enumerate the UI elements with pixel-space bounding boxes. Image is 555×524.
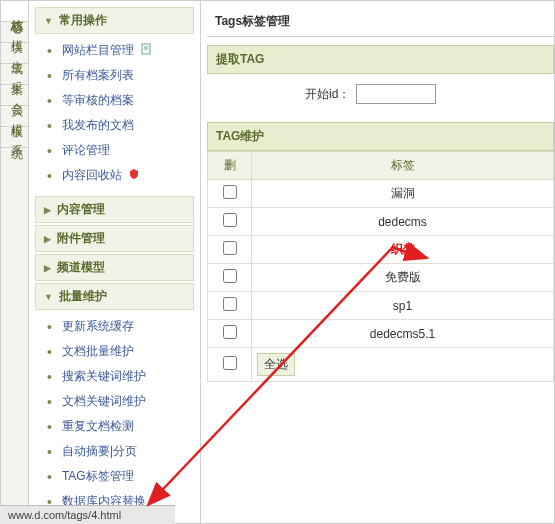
table-row: 漏洞 <box>208 180 554 208</box>
tag-label[interactable]: dedecms <box>378 215 427 229</box>
sidebar: ▼常用操作网站栏目管理所有档案列表等审核的档案我发布的文档评论管理内容回收站▶内… <box>29 1 201 523</box>
section-header-2[interactable]: ▶附件管理 <box>35 225 194 252</box>
tag-table: 删 标签 漏洞dedecms织梦免费版sp1dedecms5.1全选 <box>207 151 554 382</box>
menu-item[interactable]: 文档关键词维护 <box>29 389 200 414</box>
chevron-right-icon: ▶ <box>44 234 51 244</box>
start-id-row: 开始id： <box>207 74 554 114</box>
section-title: 内容管理 <box>57 201 105 218</box>
menu-item[interactable]: 自动摘要|分页 <box>29 439 200 464</box>
chevron-down-icon: ▼ <box>44 16 53 26</box>
page-title: Tags标签管理 <box>207 7 554 37</box>
table-row: dedecms <box>208 208 554 236</box>
menu-item[interactable]: 内容回收站 <box>29 163 200 188</box>
table-row: dedecms5.1 <box>208 320 554 348</box>
menu-item[interactable]: 重复文档检测 <box>29 414 200 439</box>
menu-item-label: 等审核的档案 <box>62 92 134 109</box>
vertical-tabs: 核心模块生成采集会员模板系统 <box>1 1 29 523</box>
menu-item-label: 文档关键词维护 <box>62 393 146 410</box>
table-row: 全选 <box>208 348 554 382</box>
menu-item[interactable]: 搜索关键词维护 <box>29 364 200 389</box>
menu-item-label: TAG标签管理 <box>62 468 134 485</box>
menu-item-label: 所有档案列表 <box>62 67 134 84</box>
row-checkbox[interactable] <box>223 356 237 370</box>
file-icon <box>140 43 152 58</box>
section-title: 附件管理 <box>57 230 105 247</box>
tag-label[interactable]: 漏洞 <box>391 186 415 200</box>
chevron-down-icon: ▼ <box>44 292 53 302</box>
tag-label[interactable]: dedecms5.1 <box>370 327 435 341</box>
menu-item-label: 文档批量维护 <box>62 343 134 360</box>
menu-item[interactable]: 所有档案列表 <box>29 63 200 88</box>
menu-item[interactable]: 等审核的档案 <box>29 88 200 113</box>
col-tag: 标签 <box>252 152 554 180</box>
section-header-0[interactable]: ▼常用操作 <box>35 7 194 34</box>
table-row: 免费版 <box>208 264 554 292</box>
section-title: 批量维护 <box>59 288 107 305</box>
select-all-button[interactable]: 全选 <box>257 353 295 376</box>
section-header-3[interactable]: ▶频道模型 <box>35 254 194 281</box>
menu-item[interactable]: TAG标签管理 <box>29 464 200 489</box>
menu-item[interactable]: 文档批量维护 <box>29 339 200 364</box>
tag-label[interactable]: 免费版 <box>385 270 421 284</box>
menu-item-label: 自动摘要|分页 <box>62 443 137 460</box>
row-checkbox[interactable] <box>223 325 237 339</box>
section-title: 频道模型 <box>57 259 105 276</box>
chevron-right-icon: ▶ <box>44 263 51 273</box>
status-bar: www.d.com/tags/4.html <box>0 505 175 524</box>
section-header-4[interactable]: ▼批量维护 <box>35 283 194 310</box>
shield-icon <box>128 168 140 183</box>
vtab-6[interactable]: 系统 <box>1 127 28 148</box>
menu-item-label: 网站栏目管理 <box>62 42 134 59</box>
menu-item[interactable]: 评论管理 <box>29 138 200 163</box>
table-row: 织梦 <box>208 236 554 264</box>
vtab-5[interactable]: 模板 <box>1 106 28 127</box>
row-checkbox[interactable] <box>223 269 237 283</box>
vtab-4[interactable]: 会员 <box>1 85 28 106</box>
start-id-label: 开始id： <box>305 86 350 103</box>
menu-item-label: 更新系统缓存 <box>62 318 134 335</box>
section-title: 常用操作 <box>59 12 107 29</box>
row-checkbox[interactable] <box>223 297 237 311</box>
row-checkbox[interactable] <box>223 241 237 255</box>
col-del: 删 <box>208 152 252 180</box>
menu-item[interactable]: 网站栏目管理 <box>29 38 200 63</box>
tag-label[interactable]: sp1 <box>393 299 412 313</box>
start-id-input[interactable] <box>356 84 436 104</box>
menu-item-label: 重复文档检测 <box>62 418 134 435</box>
menu-item[interactable]: 我发布的文档 <box>29 113 200 138</box>
menu-item-label: 搜索关键词维护 <box>62 368 146 385</box>
menu-item-label: 评论管理 <box>62 142 110 159</box>
menu-item-label: 我发布的文档 <box>62 117 134 134</box>
vtab-2[interactable]: 生成 <box>1 43 28 64</box>
table-row: sp1 <box>208 292 554 320</box>
tag-maint-header: TAG维护 <box>207 122 554 151</box>
extract-tag-header: 提取TAG <box>207 45 554 74</box>
row-checkbox[interactable] <box>223 213 237 227</box>
vtab-0[interactable]: 核心 <box>1 1 28 22</box>
chevron-right-icon: ▶ <box>44 205 51 215</box>
menu-item-label: 内容回收站 <box>62 167 122 184</box>
tag-tbody: 漏洞dedecms织梦免费版sp1dedecms5.1全选 <box>208 180 554 382</box>
vtab-1[interactable]: 模块 <box>1 22 28 43</box>
section-header-1[interactable]: ▶内容管理 <box>35 196 194 223</box>
main-panel: Tags标签管理 提取TAG 开始id： TAG维护 删 标签 漏洞dedecm… <box>201 1 554 523</box>
row-checkbox[interactable] <box>223 185 237 199</box>
tag-label[interactable]: 织梦 <box>391 242 415 256</box>
vtab-3[interactable]: 采集 <box>1 64 28 85</box>
menu-item[interactable]: 更新系统缓存 <box>29 314 200 339</box>
